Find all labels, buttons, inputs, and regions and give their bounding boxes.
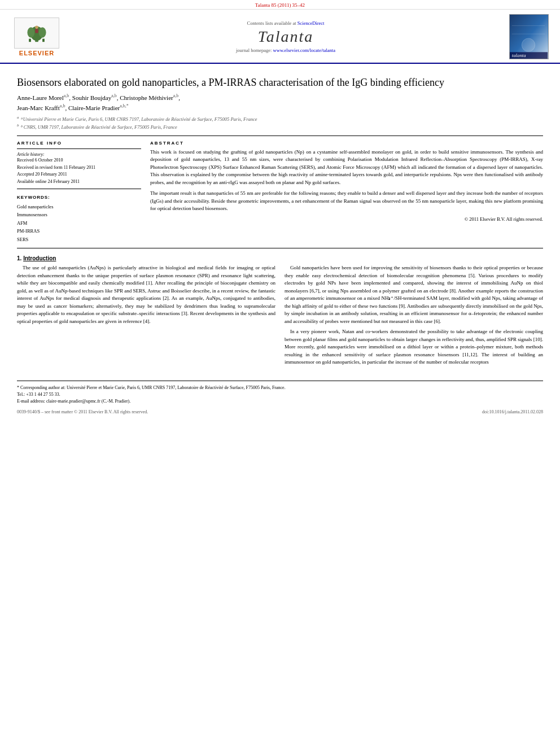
keywords-label: Keywords:	[17, 195, 141, 200]
keyword-2: Immunosensors	[17, 211, 141, 219]
intro-col-left: The use of gold nanoparticles (AuNps) is…	[17, 264, 275, 369]
main-content: Biosensors elaborated on gold nanopartic…	[0, 64, 560, 420]
intro-two-col: The use of gold nanoparticles (AuNps) is…	[17, 264, 543, 369]
abstract-header: ABSTRACT	[150, 141, 543, 146]
homepage-url: www.elsevier.com/locate/talanta	[273, 47, 335, 53]
keyword-4: PM-IRRAS	[17, 227, 141, 235]
info-abstract-section: ARTICLE INFO Article history: Received 6…	[17, 141, 543, 243]
abstract-body-separator	[17, 248, 543, 248]
journal-center: Contents lists available at ScienceDirec…	[62, 20, 509, 53]
keyword-1: Gold nanoparticles	[17, 203, 141, 211]
abstract-column: ABSTRACT This work is focused on studyin…	[150, 141, 543, 243]
copyright-line: © 2011 Elsevier B.V. All rights reserved…	[150, 216, 543, 222]
title-separator	[17, 136, 543, 136]
affiliations: a ᵃ Université Pierre et Marie Curie, Pa…	[17, 115, 543, 131]
doi-text: doi:10.1016/j.talanta.2011.02.028	[482, 409, 543, 414]
cover-svg: talanta	[509, 15, 548, 59]
keywords-section: Keywords: Gold nanoparticles Immunosenso…	[17, 195, 141, 243]
abstract-para-2: The important result is that nanoparticl…	[150, 190, 543, 213]
elsevier-logo: ELSEVIER	[11, 18, 62, 56]
elsevier-tree-icon	[23, 23, 51, 43]
footer-copyright-doi: 0039-9140/$ – see front matter © 2011 El…	[17, 409, 543, 414]
svg-point-3	[39, 27, 46, 37]
authors-line: Anne-Laure Morela,b, Souhir Boujdaya,b, …	[17, 93, 543, 112]
svg-rect-7	[35, 29, 38, 33]
elsevier-name-text: ELSEVIER	[19, 50, 54, 56]
intro-right-text: Gold nanoparticles have been used for im…	[285, 264, 543, 366]
affil-b-text: ᵇ CNRS, UMR 7197, Laboratoire de Réactiv…	[20, 124, 177, 130]
homepage-label: journal homepage:	[236, 47, 272, 53]
intro-left-text: The use of gold nanoparticles (AuNps) is…	[17, 264, 275, 325]
journal-cover-image: talanta	[509, 14, 549, 59]
svg-point-6	[35, 25, 38, 29]
article-info-column: ARTICLE INFO Article history: Received 6…	[17, 141, 141, 243]
article-info-header: ARTICLE INFO	[17, 141, 141, 146]
journal-reference-bar: Talanta 85 (2011) 35–42	[0, 0, 560, 10]
corresponding-author-note: * Corresponding author at: Université Pi…	[17, 385, 543, 405]
article-history-box: Article history: Received 6 October 2010…	[17, 148, 141, 189]
journal-header: ELSEVIER Contents lists available at Sci…	[0, 10, 560, 64]
svg-rect-4	[29, 38, 31, 42]
article-title: Biosensors elaborated on gold nanopartic…	[17, 76, 543, 89]
svg-rect-5	[42, 38, 45, 42]
svg-point-2	[27, 27, 34, 37]
received-date: Received 6 October 2010 Received in revi…	[17, 157, 141, 186]
keyword-3: AFM	[17, 219, 141, 227]
abstract-text: This work is focused on studying the gra…	[150, 148, 543, 213]
elsevier-logo-box	[14, 18, 59, 49]
homepage-line: journal homepage: www.elsevier.com/locat…	[73, 47, 498, 53]
sciencedirect-link: ScienceDirect	[298, 20, 325, 26]
journal-title: Talanta	[73, 28, 498, 46]
contents-text: Contents lists available at	[247, 20, 296, 26]
svg-point-11	[522, 38, 535, 51]
intro-section-title: 1. Introduction	[17, 255, 543, 261]
history-label: Article history:	[17, 152, 141, 157]
affil-a-text: ᵃ Université Pierre et Marie Curie, Pari…	[20, 116, 257, 122]
intro-col-right: Gold nanoparticles have been used for im…	[285, 264, 543, 369]
intro-title-text: Introduction	[23, 255, 56, 261]
issn-text: 0039-9140/$ – see front matter © 2011 El…	[17, 409, 148, 414]
keyword-5: SERS	[17, 235, 141, 243]
footnotes-section: * Corresponding author at: Université Pi…	[17, 381, 543, 414]
contents-available-line: Contents lists available at ScienceDirec…	[73, 20, 498, 26]
introduction-section: 1. Introduction The use of gold nanopart…	[17, 255, 543, 369]
journal-ref-text: Talanta 85 (2011) 35–42	[255, 2, 305, 8]
svg-text:talanta: talanta	[512, 53, 526, 58]
abstract-para-1: This work is focused on studying the gra…	[150, 148, 543, 187]
